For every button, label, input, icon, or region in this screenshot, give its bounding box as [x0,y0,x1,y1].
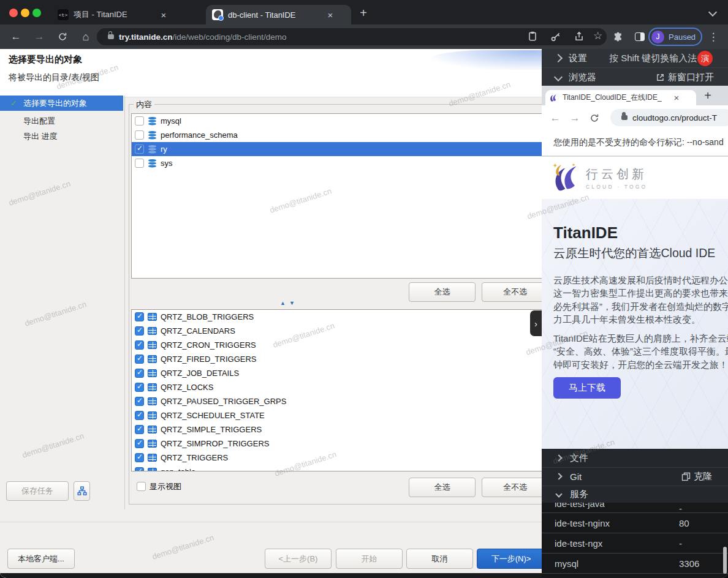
new-tab-icon[interactable] [355,5,371,21]
minimize-window-button[interactable] [21,9,29,17]
embedded-tab-close-icon[interactable] [671,92,682,103]
list-item-table[interactable]: QRTZ_CRON_TRIGGERS [132,338,542,352]
tab-project[interactable]: <t> 项目 - TitanIDE [51,5,180,24]
services-section-row[interactable]: 服务 [542,486,728,503]
database-name: performance_schema [161,130,238,140]
save-task-button[interactable]: 保存任务 [6,481,69,501]
git-section-row[interactable]: Git 克隆 [542,467,728,486]
list-item-database[interactable]: performance_schema [132,128,542,142]
splitter-down-icon[interactable] [289,300,295,306]
list-item-table[interactable]: QRTZ_FIRED_TRIGGERS [132,352,542,366]
list-item-table[interactable]: QRTZ_TRIGGERS [132,451,542,465]
service-row[interactable]: ide-test-ngx - [542,533,728,554]
list-item-table[interactable]: QRTZ_LOCKS [132,380,542,394]
select-all-databases-button[interactable]: 全选 [409,282,476,302]
cancel-button[interactable]: 取消 [406,549,473,569]
database-list: mysql performance_schema ry sys [131,113,542,279]
embedded-tab[interactable]: TitanIDE_CloudIDE_在线IDE_ [545,90,696,105]
address-bar[interactable]: try.titanide.cn/ide/web/coding/db-client… [97,28,607,45]
checkbox-checked[interactable] [135,453,144,462]
list-item-database-selected[interactable]: ry [132,142,542,156]
zoom-window-button[interactable] [32,9,41,17]
checkbox[interactable] [135,116,144,126]
checkbox-checked[interactable] [135,312,144,321]
list-item-table[interactable]: QRTZ_CALENDARS [132,324,542,338]
checkbox-checked[interactable] [135,411,144,420]
back-icon[interactable] [9,29,23,44]
select-all-tables-button[interactable]: 全选 [409,478,476,497]
embedded-new-tab-icon[interactable] [700,88,716,103]
share-icon[interactable] [574,31,585,42]
checkbox-checked[interactable] [135,144,144,154]
tab-project-close-icon[interactable] [158,9,169,20]
download-now-button[interactable]: 马上下载 [553,377,621,399]
browser-menu-icon[interactable] [706,29,721,44]
step-export-config[interactable]: 导出配置 [0,114,123,129]
reload-icon[interactable] [55,29,70,44]
embedded-reload-icon[interactable] [587,111,602,126]
profile-button[interactable]: J Paused [648,28,702,46]
tab-db-client-favicon [212,9,223,20]
checkbox-checked[interactable] [135,326,144,336]
service-row[interactable]: ide-test-java - [542,503,728,513]
table-name: QRTZ_LOCKS [161,383,213,392]
bookmark-star-icon[interactable] [593,29,602,42]
checkbox-checked[interactable] [135,439,144,448]
embedded-forward-icon[interactable] [567,111,582,126]
checkbox-checked[interactable] [135,340,144,350]
browser-section-row[interactable]: 浏览器 新窗口打开 [542,67,728,86]
start-button[interactable]: 开始 [336,549,403,569]
splitter-up-icon[interactable] [280,300,286,306]
local-client-button[interactable]: 本地客户端... [7,549,75,569]
checkbox-checked[interactable] [135,369,144,378]
list-item-table[interactable]: QRTZ_SIMPROP_TRIGGERS [132,437,542,451]
service-row[interactable]: ide-test-nginx 80 [542,513,728,533]
list-item-table[interactable]: gen_table [132,465,542,471]
service-row[interactable]: mysql 3306 [542,554,728,574]
embedded-address-bar[interactable]: cloudtogo.cn/product-T [610,109,728,126]
open-new-window-label[interactable]: 新窗口打开 [668,72,714,83]
step-select-objects[interactable]: 选择要导出的对象 [0,96,123,111]
checkbox-checked[interactable] [135,467,144,471]
list-item-table[interactable]: QRTZ_JOB_DETAILS [132,366,542,380]
tab-db-client[interactable]: db-client - TitanIDE [206,5,351,24]
files-section-row[interactable]: 文件 [542,449,728,468]
checkbox[interactable] [135,130,144,140]
panel-expand-handle[interactable] [530,310,542,336]
avatar: J [651,31,664,43]
show-views-checkbox[interactable] [137,482,146,491]
side-panel-icon[interactable] [632,29,647,44]
forward-icon[interactable] [32,29,47,44]
list-item-table[interactable]: QRTZ_BLOB_TRIGGERS [132,310,542,324]
key-icon[interactable] [550,31,561,42]
clipboard-icon[interactable] [527,31,538,42]
checkbox-checked[interactable] [135,355,144,364]
step-export-progress[interactable]: 导出 进度 [0,129,123,144]
prev-step-button[interactable]: <上一步(B) [265,549,332,569]
checkbox-checked[interactable] [135,425,144,434]
checkbox-checked[interactable] [135,383,144,392]
home-icon[interactable] [78,29,93,44]
list-item-table[interactable]: QRTZ_SCHEDULER_STATE [132,408,542,422]
list-item-table[interactable]: QRTZ_SIMPLE_TRIGGERS [132,422,542,437]
services-scrollbar-thumb[interactable] [723,547,727,574]
next-step-button[interactable]: 下一步(N)> [477,549,542,569]
extensions-puzzle-icon[interactable] [610,29,625,44]
clone-icon[interactable] [681,472,691,481]
checkbox[interactable] [135,159,144,168]
task-plan-button[interactable] [74,481,90,501]
list-item-table[interactable]: QRTZ_PAUSED_TRIGGER_GRPS [132,394,542,408]
list-item-database[interactable]: sys [132,156,542,170]
checkbox-checked[interactable] [135,397,144,406]
show-views-row[interactable]: 显示视图 [134,479,184,494]
deselect-all-tables-button[interactable]: 全不选 [482,478,542,497]
clone-label[interactable]: 克隆 [694,471,712,482]
close-window-button[interactable] [9,9,18,17]
tab-search-chevron-icon[interactable] [708,8,717,17]
ide-bottom-sections: 文件 Git 克隆 服务 ide-test-java - i [542,449,728,578]
list-item-database[interactable]: mysql [132,114,542,128]
deselect-all-databases-button[interactable]: 全不选 [482,282,542,302]
tab-db-client-close-icon[interactable] [325,9,336,20]
embedded-back-icon[interactable] [548,111,563,126]
open-new-window-icon[interactable] [656,73,665,82]
